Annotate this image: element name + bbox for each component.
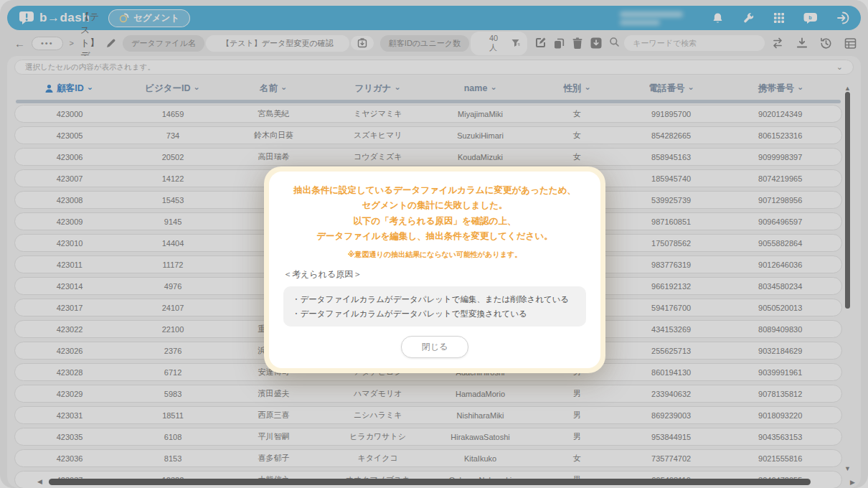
modal-note: ※意図通りの抽出結果にならない可能性があります。 bbox=[283, 250, 586, 260]
modal-message-line: 以下の「考えられる原因」を確認の上、 bbox=[283, 214, 586, 229]
causes-title: ＜考えられる原因＞ bbox=[283, 268, 586, 281]
causes-box: ・データファイルカラムがデータパレットで編集、または削除されている・データファイ… bbox=[283, 286, 586, 327]
segment-error-modal: 抽出条件に設定しているデータファイルカラムに変更があったため、セグメントの集計に… bbox=[264, 166, 605, 373]
cause-item: ・データファイルカラムがデータパレットで編集、または削除されている bbox=[292, 292, 577, 306]
modal-message: 抽出条件に設定しているデータファイルカラムに変更があったため、セグメントの集計に… bbox=[283, 183, 586, 244]
app-window: b→dash セグメント bbox=[0, 0, 868, 488]
modal-message-line: 抽出条件に設定しているデータファイルカラムに変更があったため、 bbox=[283, 183, 586, 198]
modal-message-line: セグメントの集計に失敗しました。 bbox=[283, 198, 586, 213]
close-button[interactable]: 閉じる bbox=[401, 336, 469, 358]
cause-item: ・データファイルカラムがデータパレットで型変換されている bbox=[292, 306, 577, 321]
modal-message-line: データファイルを編集し、抽出条件を変更してください。 bbox=[283, 229, 586, 244]
